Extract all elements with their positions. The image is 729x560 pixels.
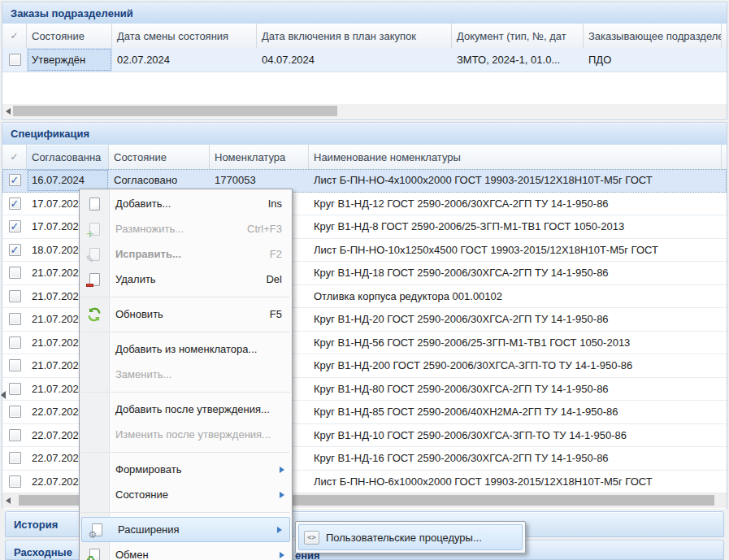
menu-item-добавить-из-номенклатора[interactable]: Добавить из номенклатора... bbox=[80, 336, 292, 362]
spec-cell-name: Круг В1-НД-20 ГОСТ 2590-2006/30ХГСА-2ГП … bbox=[309, 308, 722, 331]
spec-row-checkbox[interactable] bbox=[9, 290, 21, 302]
page-shape: ⚙ bbox=[92, 523, 102, 536]
submenu-arrow-icon bbox=[280, 492, 284, 498]
spec-row-checkbox[interactable] bbox=[9, 475, 21, 488]
spec-row-checkbox[interactable] bbox=[9, 174, 21, 186]
spec-cell-check[interactable] bbox=[2, 378, 27, 401]
spec-cell-value: Круг В1-НД-80 ГОСТ 2590-2006/30ХГСА-2ГП … bbox=[314, 383, 609, 395]
spec-cell-name: Круг В1-НД-16 ГОСТ 2590-2006/30ХГСА-2ГП … bbox=[309, 447, 722, 470]
expense-panel-label: Расходные bbox=[14, 546, 72, 558]
spec-cell-check[interactable] bbox=[2, 262, 27, 284]
spec-row-checkbox[interactable] bbox=[9, 383, 21, 395]
spec-row-checkbox[interactable] bbox=[9, 406, 21, 418]
doc-edit-icon: ✎ bbox=[86, 246, 102, 263]
extensions-submenu: <>Пользовательские процедуры... bbox=[295, 521, 526, 553]
spec-column-header-nomenclature[interactable]: Номенклатура bbox=[210, 145, 309, 169]
menu-item-label: Состояние bbox=[115, 488, 168, 501]
spec-column-header-label: Наименование номенклатуры bbox=[314, 151, 461, 163]
spec-cell-check[interactable] bbox=[2, 401, 27, 423]
menu-item-добавить[interactable]: Добавить...Ins bbox=[80, 191, 292, 216]
spec-column-header-agreed[interactable]: Согласованна bbox=[27, 145, 109, 169]
spec-row-checkbox[interactable] bbox=[9, 244, 21, 256]
orders-column-header-date_change[interactable]: Дата смены состояния bbox=[112, 24, 257, 48]
menu-item-заменить[interactable]: Заменить... bbox=[80, 362, 292, 387]
orders-column-header-check[interactable]: ✓ bbox=[2, 24, 27, 48]
menu-item-формировать[interactable]: Формировать bbox=[80, 457, 292, 482]
spec-column-header-label: Согласованна bbox=[32, 151, 101, 163]
menu-item-label: Изменить после утверждения... bbox=[115, 428, 271, 441]
spec-row-checkbox[interactable] bbox=[9, 429, 21, 441]
spec-cell-value: 22.07.2024 bbox=[32, 452, 85, 464]
spec-hscrollbar-left-icon[interactable] bbox=[6, 497, 11, 504]
spec-cell-value: 21.07.2024 bbox=[32, 336, 85, 349]
menu-item-расширения[interactable]: ⚙Расширения bbox=[81, 517, 290, 542]
spec-row-checkbox[interactable] bbox=[9, 267, 21, 279]
orders-cell-date_change: 02.07.2024 bbox=[112, 48, 257, 72]
submenu-item-label: Пользовательские процедуры... bbox=[326, 532, 482, 544]
orders-table-row[interactable]: Утверждён02.07.202404.07.2024ЗМТО, 2024-… bbox=[2, 48, 727, 72]
menu-item-обмен[interactable]: ♻Обмен bbox=[80, 542, 292, 560]
spec-row-checkbox[interactable] bbox=[9, 313, 21, 325]
orders-column-header-document[interactable]: Документ (тип, №, дат bbox=[452, 24, 584, 48]
spec-cell-name: Лист Б-ПН-НО-6х1000х2000 ГОСТ 19903-2015… bbox=[309, 471, 722, 493]
menu-item-изменить-после-утверждения[interactable]: Изменить после утверждения... bbox=[80, 422, 292, 447]
orders-cell-value: 04.07.2024 bbox=[262, 54, 315, 66]
doc-new-icon bbox=[86, 196, 102, 212]
orders-hscrollbar-thumb[interactable] bbox=[13, 106, 337, 116]
recycle-badge-icon: ♻ bbox=[86, 556, 96, 560]
spec-row-checkbox[interactable] bbox=[9, 336, 21, 349]
spec-column-header-state[interactable]: Состояние bbox=[109, 145, 210, 169]
spec-column-header-label: Номенклатура bbox=[215, 151, 285, 163]
orders-cell-document: ЗМТО, 2024-1, 01.0... bbox=[452, 48, 584, 72]
spec-cell-name: Отливка корпуса редуктора 001.00102 bbox=[309, 285, 722, 308]
menu-item-shortcut: Del bbox=[266, 273, 282, 285]
menu-item-label: Формировать bbox=[115, 463, 181, 475]
orders-row-checkbox[interactable] bbox=[9, 54, 21, 66]
page-shape: ✎ bbox=[89, 248, 100, 261]
spec-row-checkbox[interactable] bbox=[9, 198, 21, 210]
menu-item-label: Расширения bbox=[118, 523, 180, 536]
spec-cell-check[interactable] bbox=[2, 285, 27, 308]
spec-cell-check[interactable] bbox=[2, 215, 27, 238]
spec-cell-check[interactable] bbox=[2, 447, 27, 470]
spec-cell-value: 17.07.2024 bbox=[32, 220, 85, 232]
orders-column-header-state[interactable]: Состояние bbox=[27, 24, 112, 48]
spec-panel-title: Спецификация bbox=[2, 123, 727, 145]
spec-cell-value: Круг В1-НД-12 ГОСТ 2590-2006/30ХГСА-2ГП … bbox=[314, 198, 609, 210]
menu-item-размножить[interactable]: +Размножить...Ctrl+F3 bbox=[80, 216, 292, 241]
spec-cell-check[interactable] bbox=[2, 169, 27, 192]
spec-cell-check[interactable] bbox=[2, 471, 27, 493]
submenu-item-user-procedures[interactable]: <>Пользовательские процедуры... bbox=[298, 524, 523, 550]
spec-column-header-name[interactable]: Наименование номенклатуры bbox=[309, 145, 722, 169]
application-window: Заказы подразделений ✓СостояниеДата смен… bbox=[0, 0, 729, 560]
orders-column-header-label: Дата включения в план закупок bbox=[262, 30, 416, 42]
spec-column-header-check[interactable]: ✓ bbox=[2, 145, 27, 169]
spec-cell-check[interactable] bbox=[2, 193, 27, 215]
spec-row-checkbox[interactable] bbox=[9, 359, 21, 371]
menu-item-обновить[interactable]: ОбновитьF5 bbox=[80, 302, 292, 327]
spec-row-checkbox[interactable] bbox=[9, 220, 21, 232]
checkmark-icon: ✓ bbox=[10, 30, 18, 41]
orders-column-header-department[interactable]: Заказывающее подразделе bbox=[584, 24, 722, 48]
spec-cell-check[interactable] bbox=[2, 332, 27, 354]
spec-row-checkbox[interactable] bbox=[9, 452, 21, 464]
menu-item-добавить-после-утверждения[interactable]: Добавить после утверждения... bbox=[80, 397, 292, 422]
orders-table-header: ✓СостояниеДата смены состоянияДата включ… bbox=[2, 24, 727, 49]
orders-hscrollbar[interactable] bbox=[2, 104, 727, 118]
orders-hscrollbar-left-icon[interactable] bbox=[6, 108, 11, 115]
spec-cell-value: 22.07.2024 bbox=[32, 406, 85, 418]
orders-cell-check[interactable] bbox=[2, 48, 27, 72]
orders-column-header-date_plan[interactable]: Дата включения в план закупок bbox=[257, 24, 452, 48]
splitter-collapse-icon[interactable] bbox=[1, 391, 6, 399]
menu-separator bbox=[80, 387, 292, 397]
spec-cell-check[interactable] bbox=[2, 239, 27, 262]
menu-item-состояние[interactable]: Состояние bbox=[80, 482, 292, 507]
spec-cell-check[interactable] bbox=[2, 308, 27, 331]
menu-item-shortcut: Ins bbox=[268, 198, 282, 210]
spec-cell-check[interactable] bbox=[2, 354, 27, 377]
menu-item-удалить[interactable]: УдалитьDel bbox=[80, 267, 292, 292]
menu-item-исправить[interactable]: ✎Исправить...F2 bbox=[80, 241, 292, 267]
user-procedures-icon: <> bbox=[304, 531, 319, 545]
spec-cell-value: Лист Б-ПН-НО-10х1250х4500 ГОСТ 19903-201… bbox=[314, 244, 658, 256]
spec-cell-check[interactable] bbox=[2, 424, 27, 447]
